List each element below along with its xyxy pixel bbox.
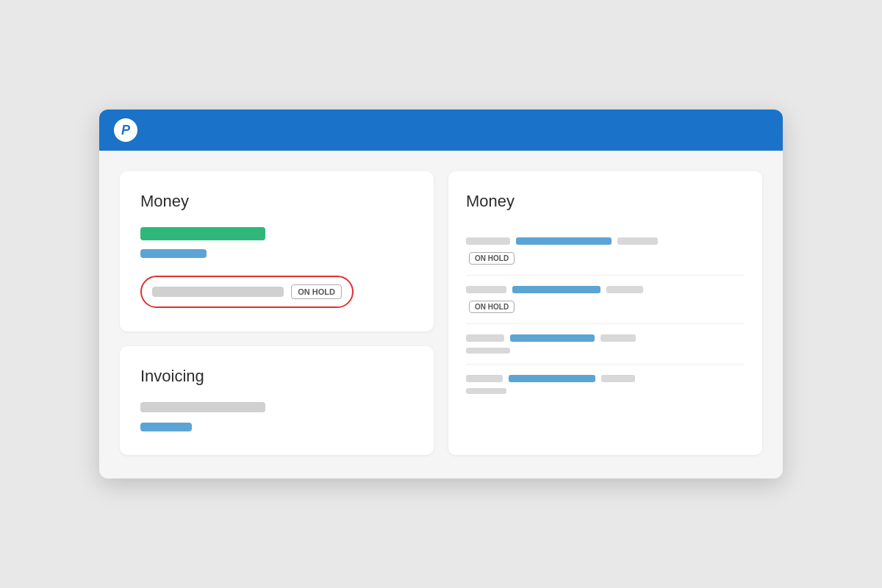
content-area: Money ON HOLD Invoicing Money xyxy=(99,151,783,478)
left-column: Money ON HOLD Invoicing xyxy=(120,171,434,455)
list-row-3 xyxy=(466,334,745,342)
money-card-title: Money xyxy=(140,192,413,211)
browser-header: P xyxy=(99,110,783,151)
list-row-1 xyxy=(466,237,745,245)
list-right-gray xyxy=(617,237,658,245)
list-left-gray xyxy=(466,237,510,245)
list-sub-row-3 xyxy=(466,348,745,354)
list-right-gray xyxy=(601,375,635,382)
list-row-2 xyxy=(466,286,745,293)
list-right-gray xyxy=(600,334,636,342)
invoicing-card: Invoicing xyxy=(120,346,434,455)
on-hold-badge-right-2: ON HOLD xyxy=(469,301,514,313)
list-item xyxy=(466,324,745,365)
on-hold-gray-bar xyxy=(152,287,284,297)
list-item: ON HOLD xyxy=(466,276,745,324)
list-left-gray xyxy=(466,286,506,293)
list-item: ON HOLD xyxy=(466,227,745,276)
list-row-4 xyxy=(466,375,745,382)
blue-sub-bar xyxy=(140,249,207,258)
browser-window: P Money ON HOLD Invoicing xyxy=(99,110,783,478)
on-hold-row[interactable]: ON HOLD xyxy=(140,276,354,308)
on-hold-badge-right-1: ON HOLD xyxy=(469,252,514,265)
paypal-logo: P xyxy=(114,118,137,142)
list-center-blue xyxy=(509,375,595,382)
list-center-blue xyxy=(510,334,595,342)
right-panel-title: Money xyxy=(466,192,745,211)
list-center-blue xyxy=(516,237,612,245)
invoicing-blue-bar xyxy=(140,423,192,431)
on-hold-badge: ON HOLD xyxy=(291,284,342,299)
money-card: Money ON HOLD xyxy=(120,171,434,331)
invoicing-gray-bar xyxy=(140,402,265,412)
list-extra-gray xyxy=(466,388,506,394)
invoicing-card-title: Invoicing xyxy=(140,367,413,386)
right-panel: Money ON HOLD ON HOLD xyxy=(448,171,762,455)
list-right-gray xyxy=(606,286,643,293)
green-balance-bar xyxy=(140,227,265,240)
list-extra-gray xyxy=(466,348,510,354)
list-left-gray xyxy=(466,334,504,342)
list-item xyxy=(466,365,745,404)
paypal-logo-letter: P xyxy=(121,123,130,138)
list-center-blue xyxy=(512,286,600,293)
list-sub-row-4 xyxy=(466,388,745,394)
list-left-gray xyxy=(466,375,503,382)
